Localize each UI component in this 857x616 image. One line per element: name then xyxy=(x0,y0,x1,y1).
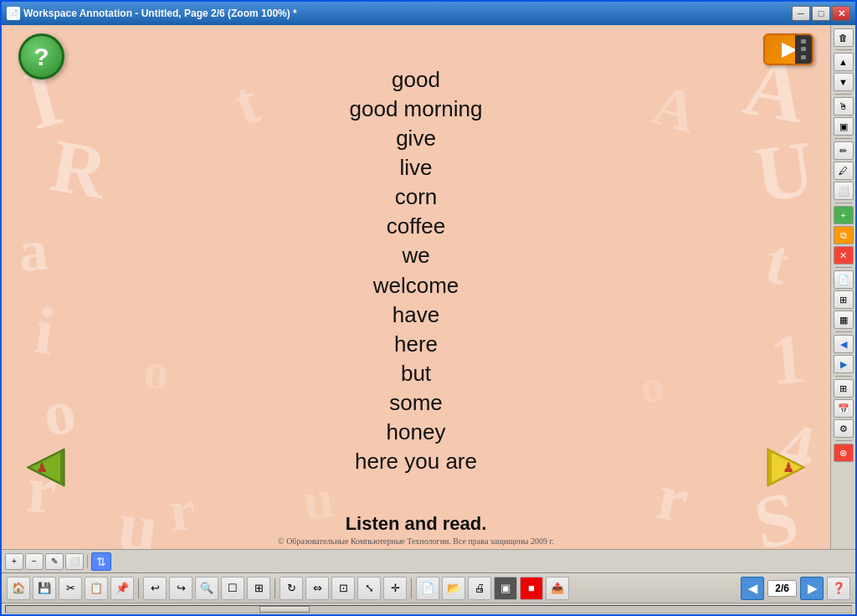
word-but: but xyxy=(401,359,431,388)
app-icon: 📄 xyxy=(7,7,20,20)
rt-forward-button[interactable]: ▶ xyxy=(834,355,854,373)
bt-rotate-button[interactable]: ↻ xyxy=(280,577,303,600)
rt-separator-6 xyxy=(835,331,852,332)
rt-page-button[interactable]: 📄 xyxy=(834,270,854,289)
bt-sep-2 xyxy=(275,578,275,598)
rt-cancel-button[interactable]: ⊗ xyxy=(834,444,854,462)
rt-separator-2 xyxy=(835,94,852,95)
bt-fill-button[interactable]: ▣ xyxy=(494,577,517,600)
status-frame-button[interactable]: ⬜ xyxy=(65,553,84,570)
bt-redo-button[interactable]: ↪ xyxy=(169,577,192,600)
rt-calendar-button[interactable]: 📅 xyxy=(834,399,854,418)
bt-copy-button[interactable]: 📋 xyxy=(85,577,108,600)
rt-grid2-button[interactable]: ⊞ xyxy=(834,379,854,398)
rt-cursor-button[interactable]: 🖱 xyxy=(834,97,854,116)
scroll-arrows-button[interactable]: ⇅ xyxy=(91,552,111,571)
status-minus-button[interactable]: − xyxy=(25,553,44,570)
bt-zoom-button[interactable]: 🔍 xyxy=(195,577,218,600)
word-corn: corn xyxy=(395,182,438,212)
rt-grid-button[interactable]: ⊞ xyxy=(834,290,854,309)
main-area: I R a i o r A U t 1 4 S u t A r r u o o xyxy=(2,25,855,549)
rt-trash-button[interactable]: 🗑 xyxy=(834,28,854,47)
word-have: have xyxy=(393,300,439,330)
bt-flip-button[interactable]: ⇔ xyxy=(305,577,329,600)
bt-export-button[interactable]: 📤 xyxy=(546,577,569,600)
bt-print-button[interactable]: 🖨 xyxy=(468,577,491,600)
bt-color-button[interactable]: ■ xyxy=(520,577,543,600)
word-here-you-are: here you are xyxy=(355,447,477,476)
bt-crop-button[interactable]: ⊡ xyxy=(331,577,355,600)
minimize-button[interactable]: ─ xyxy=(792,6,810,21)
scrollbar-track[interactable] xyxy=(5,605,852,613)
status-add-button[interactable]: + xyxy=(5,553,23,570)
status-edit-button[interactable]: ✎ xyxy=(45,553,64,570)
rt-separator-1 xyxy=(835,49,852,50)
bt-select-button[interactable]: ☐ xyxy=(221,577,244,600)
media-button[interactable]: ▶ xyxy=(763,33,813,67)
bt-new-button[interactable]: 📄 xyxy=(416,577,439,600)
statusbar: + − ✎ ⬜ ⇅ xyxy=(2,549,855,572)
word-here: here xyxy=(394,330,438,359)
scrollbar-thumb[interactable] xyxy=(259,606,310,613)
bt-undo-button[interactable]: ↩ xyxy=(143,577,167,600)
bt-cut-button[interactable]: ✂ xyxy=(59,577,82,600)
help-circle: ? xyxy=(18,33,64,80)
word-good: good xyxy=(392,65,440,95)
bt-save-button[interactable]: 💾 xyxy=(33,577,56,600)
word-list: good good morning give live corn coffee … xyxy=(2,25,830,508)
canvas-area: I R a i o r A U t 1 4 S u t A r r u o o xyxy=(2,25,830,549)
bt-help-button[interactable]: ❓ xyxy=(827,577,850,600)
svg-text:♟: ♟ xyxy=(36,460,48,475)
rt-separator-3 xyxy=(835,138,852,139)
rt-scroll-up-button[interactable]: ▲ xyxy=(834,53,854,71)
bt-sep-1 xyxy=(138,578,139,598)
media-arrow-icon: ▶ xyxy=(782,38,796,60)
bt-resize-button[interactable]: ⤡ xyxy=(357,577,381,600)
help-button[interactable]: ? xyxy=(18,33,64,80)
rt-table-button[interactable]: ▦ xyxy=(834,311,854,329)
word-live: live xyxy=(399,153,432,182)
rt-delete-button[interactable]: ✕ xyxy=(834,246,854,264)
bt-move-button[interactable]: ✛ xyxy=(383,577,407,600)
rt-settings-button[interactable]: ⚙ xyxy=(834,419,854,438)
rt-separator-7 xyxy=(835,376,852,377)
bt-grid-button[interactable]: ⊞ xyxy=(247,577,270,600)
rt-back-button[interactable]: ◀ xyxy=(834,335,854,353)
rt-eraser-button[interactable]: ⬜ xyxy=(834,182,854,200)
prev-page-button[interactable]: ♟ xyxy=(18,444,69,490)
word-good-morning: good morning xyxy=(350,95,483,124)
close-button[interactable]: ✕ xyxy=(832,6,850,21)
rt-copy-button[interactable]: ⧉ xyxy=(834,226,854,244)
rt-pen-button[interactable]: ✏ xyxy=(834,141,854,160)
horizontal-scrollbar[interactable] xyxy=(2,603,855,614)
film-hole xyxy=(801,39,806,44)
right-toolbar: 🗑 ▲ ▼ 🖱 ▣ ✏ 🖊 ⬜ + ⧉ ✕ 📄 ⊞ ▦ ◀ ▶ ⊞ 📅 ⚙ xyxy=(830,25,855,549)
bt-paste-button[interactable]: 📌 xyxy=(110,577,134,600)
prev-arrow-icon: ♟ xyxy=(18,444,69,490)
bt-open-button[interactable]: 📂 xyxy=(442,577,465,600)
word-we: we xyxy=(402,241,429,270)
next-page-button[interactable]: ♟ xyxy=(763,444,813,490)
rt-marker-button[interactable]: 🖊 xyxy=(834,162,854,180)
window-title: Workspace Annotation - Untitled, Page 2/… xyxy=(23,8,297,19)
film-hole xyxy=(801,55,806,59)
bt-home-button[interactable]: 🏠 xyxy=(7,577,30,600)
bt-sep-3 xyxy=(411,578,412,598)
titlebar: 📄 Workspace Annotation - Untitled, Page … xyxy=(2,2,855,25)
maximize-button[interactable]: □ xyxy=(812,6,830,21)
word-give: give xyxy=(396,124,436,153)
word-welcome: welcome xyxy=(373,271,459,300)
instruction-text: Listen and read. xyxy=(2,513,830,535)
page-navigation: ◀ 2/6 ▶ ❓ xyxy=(741,577,850,600)
word-coffee: coffee xyxy=(387,212,445,241)
instruction-bar: Listen and read. © Образовательные Компь… xyxy=(2,508,830,549)
prev-page-nav-button[interactable]: ◀ xyxy=(741,577,764,600)
next-page-nav-button[interactable]: ▶ xyxy=(800,577,824,600)
bottom-toolbar: 🏠 💾 ✂ 📋 📌 ↩ ↪ 🔍 ☐ ⊞ ↻ ⇔ ⊡ ⤡ ✛ 📄 📂 🖨 ▣ ■ … xyxy=(2,572,855,603)
rt-scroll-down-button[interactable]: ▼ xyxy=(834,73,854,91)
rt-add-button[interactable]: + xyxy=(834,206,854,224)
svg-text:♟: ♟ xyxy=(783,460,794,475)
status-sep xyxy=(87,555,88,568)
rt-select-button[interactable]: ▣ xyxy=(834,117,854,136)
word-some: some xyxy=(389,388,443,418)
